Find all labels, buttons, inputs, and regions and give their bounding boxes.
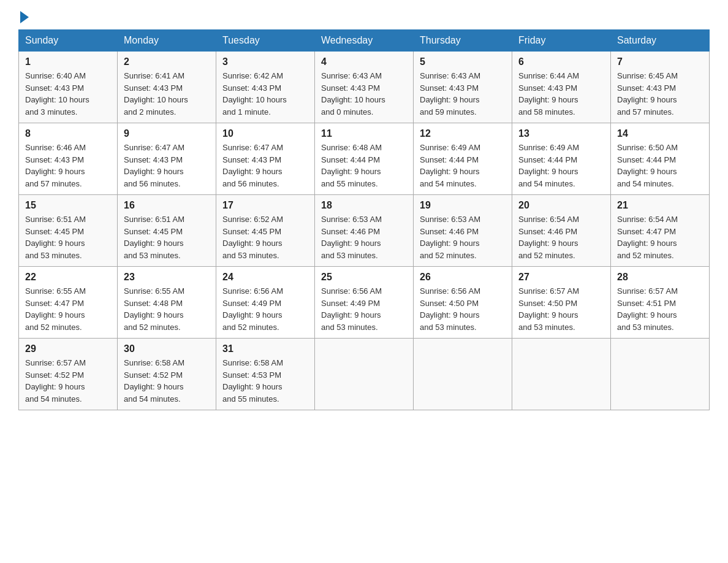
calendar-cell: 13Sunrise: 6:49 AMSunset: 4:44 PMDayligh… bbox=[512, 123, 611, 195]
day-info: Sunrise: 6:57 AMSunset: 4:51 PMDaylight:… bbox=[617, 285, 703, 333]
day-number: 26 bbox=[420, 272, 506, 283]
calendar-cell: 17Sunrise: 6:52 AMSunset: 4:45 PMDayligh… bbox=[216, 195, 315, 267]
col-header-tuesday: Tuesday bbox=[216, 30, 315, 52]
calendar-cell: 31Sunrise: 6:58 AMSunset: 4:53 PMDayligh… bbox=[216, 339, 315, 410]
day-info: Sunrise: 6:51 AMSunset: 4:45 PMDaylight:… bbox=[124, 213, 210, 261]
day-info: Sunrise: 6:45 AMSunset: 4:43 PMDaylight:… bbox=[617, 70, 703, 118]
col-header-sunday: Sunday bbox=[19, 30, 118, 52]
calendar-cell: 8Sunrise: 6:46 AMSunset: 4:43 PMDaylight… bbox=[19, 123, 118, 195]
day-info: Sunrise: 6:56 AMSunset: 4:49 PMDaylight:… bbox=[222, 285, 308, 333]
day-info: Sunrise: 6:57 AMSunset: 4:50 PMDaylight:… bbox=[518, 285, 604, 333]
day-number: 10 bbox=[222, 128, 308, 139]
day-info: Sunrise: 6:49 AMSunset: 4:44 PMDaylight:… bbox=[420, 142, 506, 190]
calendar-cell: 27Sunrise: 6:57 AMSunset: 4:50 PMDayligh… bbox=[512, 267, 611, 339]
day-number: 27 bbox=[518, 272, 604, 283]
calendar-cell: 1Sunrise: 6:40 AMSunset: 4:43 PMDaylight… bbox=[19, 52, 118, 123]
day-number: 1 bbox=[25, 56, 111, 67]
calendar-cell: 20Sunrise: 6:54 AMSunset: 4:46 PMDayligh… bbox=[512, 195, 611, 267]
logo-triangle-icon bbox=[20, 11, 29, 23]
calendar-cell: 19Sunrise: 6:53 AMSunset: 4:46 PMDayligh… bbox=[414, 195, 512, 267]
calendar-cell: 16Sunrise: 6:51 AMSunset: 4:45 PMDayligh… bbox=[118, 195, 216, 267]
day-number: 18 bbox=[321, 200, 407, 211]
day-number: 15 bbox=[25, 200, 111, 211]
day-number: 25 bbox=[321, 272, 407, 283]
day-info: Sunrise: 6:57 AMSunset: 4:52 PMDaylight:… bbox=[25, 357, 111, 405]
day-number: 14 bbox=[617, 128, 703, 139]
calendar-cell: 21Sunrise: 6:54 AMSunset: 4:47 PMDayligh… bbox=[611, 195, 710, 267]
logo bbox=[18, 12, 29, 23]
calendar-cell: 25Sunrise: 6:56 AMSunset: 4:49 PMDayligh… bbox=[315, 267, 414, 339]
calendar-cell: 22Sunrise: 6:55 AMSunset: 4:47 PMDayligh… bbox=[19, 267, 118, 339]
day-info: Sunrise: 6:43 AMSunset: 4:43 PMDaylight:… bbox=[321, 70, 407, 118]
day-number: 17 bbox=[222, 200, 308, 211]
calendar-cell: 24Sunrise: 6:56 AMSunset: 4:49 PMDayligh… bbox=[216, 267, 315, 339]
calendar-week-row: 15Sunrise: 6:51 AMSunset: 4:45 PMDayligh… bbox=[19, 195, 710, 267]
col-header-saturday: Saturday bbox=[611, 30, 710, 52]
day-info: Sunrise: 6:54 AMSunset: 4:46 PMDaylight:… bbox=[518, 213, 604, 261]
day-number: 2 bbox=[124, 56, 210, 67]
day-info: Sunrise: 6:55 AMSunset: 4:47 PMDaylight:… bbox=[25, 285, 111, 333]
calendar-cell: 26Sunrise: 6:56 AMSunset: 4:50 PMDayligh… bbox=[414, 267, 512, 339]
calendar-week-row: 8Sunrise: 6:46 AMSunset: 4:43 PMDaylight… bbox=[19, 123, 710, 195]
day-info: Sunrise: 6:53 AMSunset: 4:46 PMDaylight:… bbox=[420, 213, 506, 261]
day-info: Sunrise: 6:58 AMSunset: 4:52 PMDaylight:… bbox=[124, 357, 210, 405]
day-number: 8 bbox=[25, 128, 111, 139]
calendar-cell: 30Sunrise: 6:58 AMSunset: 4:52 PMDayligh… bbox=[118, 339, 216, 410]
day-info: Sunrise: 6:41 AMSunset: 4:43 PMDaylight:… bbox=[124, 70, 210, 118]
day-info: Sunrise: 6:46 AMSunset: 4:43 PMDaylight:… bbox=[25, 142, 111, 190]
day-info: Sunrise: 6:40 AMSunset: 4:43 PMDaylight:… bbox=[25, 70, 111, 118]
calendar-cell: 4Sunrise: 6:43 AMSunset: 4:43 PMDaylight… bbox=[315, 52, 414, 123]
calendar-cell: 28Sunrise: 6:57 AMSunset: 4:51 PMDayligh… bbox=[611, 267, 710, 339]
day-info: Sunrise: 6:51 AMSunset: 4:45 PMDaylight:… bbox=[25, 213, 111, 261]
calendar-cell: 18Sunrise: 6:53 AMSunset: 4:46 PMDayligh… bbox=[315, 195, 414, 267]
day-info: Sunrise: 6:49 AMSunset: 4:44 PMDaylight:… bbox=[518, 142, 604, 190]
day-info: Sunrise: 6:50 AMSunset: 4:44 PMDaylight:… bbox=[617, 142, 703, 190]
day-number: 21 bbox=[617, 200, 703, 211]
calendar-cell: 29Sunrise: 6:57 AMSunset: 4:52 PMDayligh… bbox=[19, 339, 118, 410]
col-header-thursday: Thursday bbox=[414, 30, 512, 52]
day-number: 6 bbox=[518, 56, 604, 67]
calendar-week-row: 22Sunrise: 6:55 AMSunset: 4:47 PMDayligh… bbox=[19, 267, 710, 339]
day-number: 30 bbox=[124, 343, 210, 354]
day-info: Sunrise: 6:55 AMSunset: 4:48 PMDaylight:… bbox=[124, 285, 210, 333]
day-info: Sunrise: 6:47 AMSunset: 4:43 PMDaylight:… bbox=[222, 142, 308, 190]
day-info: Sunrise: 6:44 AMSunset: 4:43 PMDaylight:… bbox=[518, 70, 604, 118]
calendar-cell: 9Sunrise: 6:47 AMSunset: 4:43 PMDaylight… bbox=[118, 123, 216, 195]
col-header-wednesday: Wednesday bbox=[315, 30, 414, 52]
calendar-week-row: 29Sunrise: 6:57 AMSunset: 4:52 PMDayligh… bbox=[19, 339, 710, 410]
day-number: 9 bbox=[124, 128, 210, 139]
day-info: Sunrise: 6:47 AMSunset: 4:43 PMDaylight:… bbox=[124, 142, 210, 190]
day-number: 13 bbox=[518, 128, 604, 139]
day-info: Sunrise: 6:56 AMSunset: 4:50 PMDaylight:… bbox=[420, 285, 506, 333]
calendar-cell bbox=[315, 339, 414, 410]
day-number: 23 bbox=[124, 272, 210, 283]
calendar-cell: 11Sunrise: 6:48 AMSunset: 4:44 PMDayligh… bbox=[315, 123, 414, 195]
calendar-week-row: 1Sunrise: 6:40 AMSunset: 4:43 PMDaylight… bbox=[19, 52, 710, 123]
calendar-cell: 10Sunrise: 6:47 AMSunset: 4:43 PMDayligh… bbox=[216, 123, 315, 195]
calendar-cell: 23Sunrise: 6:55 AMSunset: 4:48 PMDayligh… bbox=[118, 267, 216, 339]
day-number: 3 bbox=[222, 56, 308, 67]
calendar-cell: 5Sunrise: 6:43 AMSunset: 4:43 PMDaylight… bbox=[414, 52, 512, 123]
day-number: 16 bbox=[124, 200, 210, 211]
day-info: Sunrise: 6:43 AMSunset: 4:43 PMDaylight:… bbox=[420, 70, 506, 118]
day-number: 20 bbox=[518, 200, 604, 211]
day-info: Sunrise: 6:52 AMSunset: 4:45 PMDaylight:… bbox=[222, 213, 308, 261]
calendar-cell: 6Sunrise: 6:44 AMSunset: 4:43 PMDaylight… bbox=[512, 52, 611, 123]
calendar-header-row: SundayMondayTuesdayWednesdayThursdayFrid… bbox=[19, 30, 710, 52]
day-number: 29 bbox=[25, 343, 111, 354]
calendar-cell: 3Sunrise: 6:42 AMSunset: 4:43 PMDaylight… bbox=[216, 52, 315, 123]
calendar-cell bbox=[414, 339, 512, 410]
calendar-cell: 7Sunrise: 6:45 AMSunset: 4:43 PMDaylight… bbox=[611, 52, 710, 123]
page-header bbox=[18, 12, 710, 23]
calendar-cell: 2Sunrise: 6:41 AMSunset: 4:43 PMDaylight… bbox=[118, 52, 216, 123]
day-number: 4 bbox=[321, 56, 407, 67]
day-number: 22 bbox=[25, 272, 111, 283]
calendar-table: SundayMondayTuesdayWednesdayThursdayFrid… bbox=[18, 29, 710, 410]
calendar-cell bbox=[512, 339, 611, 410]
calendar-cell: 12Sunrise: 6:49 AMSunset: 4:44 PMDayligh… bbox=[414, 123, 512, 195]
day-number: 31 bbox=[222, 343, 308, 354]
day-info: Sunrise: 6:42 AMSunset: 4:43 PMDaylight:… bbox=[222, 70, 308, 118]
day-number: 19 bbox=[420, 200, 506, 211]
day-info: Sunrise: 6:56 AMSunset: 4:49 PMDaylight:… bbox=[321, 285, 407, 333]
day-info: Sunrise: 6:54 AMSunset: 4:47 PMDaylight:… bbox=[617, 213, 703, 261]
